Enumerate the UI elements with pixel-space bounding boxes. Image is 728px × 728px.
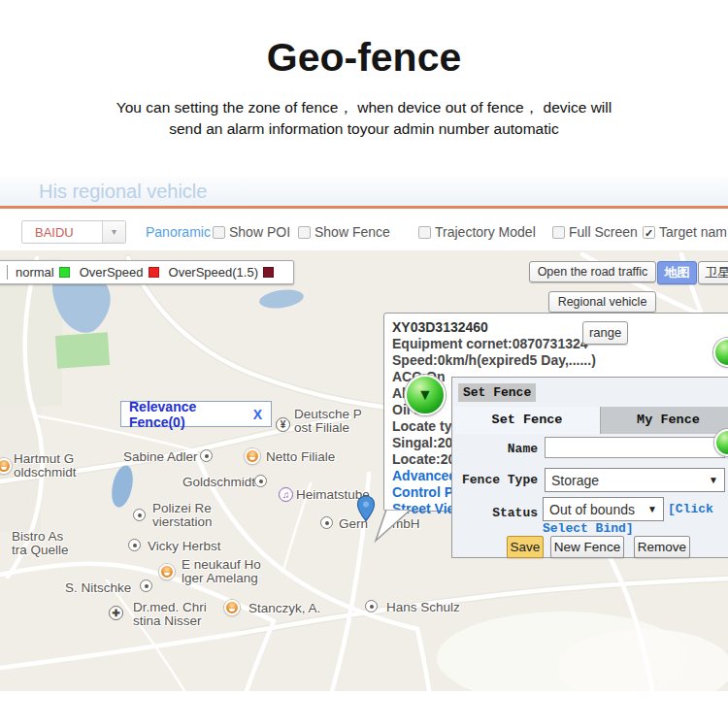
dialog-title: Set Fence	[458, 383, 536, 402]
panoramic-link[interactable]: Panoramic	[146, 224, 211, 240]
dot-icon	[140, 579, 152, 592]
popup-device-id: XY03D3132460	[392, 319, 728, 336]
map-label-sabine-adler: Sabine Adler	[123, 450, 198, 464]
map-type-button[interactable]: 地图	[657, 261, 697, 284]
status-label: Status	[491, 506, 538, 520]
set-fence-dialog: Set Fence Set Fence My Fence Name Fence …	[451, 377, 728, 558]
remove-button[interactable]: Remove	[634, 536, 690, 558]
fence-type-value: Storage	[551, 473, 599, 488]
legend-swatch-normal	[59, 267, 70, 278]
checkbox-box[interactable]	[213, 226, 225, 239]
relevance-fence-label: Relevance Fence(0)	[129, 399, 253, 430]
map-label-drmed-nisser: Dr.med. Chri stina Nisser	[133, 601, 207, 627]
page: Geo-fence You can setting the zone of fe…	[0, 0, 728, 728]
checkbox-box[interactable]	[298, 226, 311, 239]
speed-legend: normal OverSpeed OverSpeed(1.5)	[0, 260, 294, 284]
checkbox-show-poi[interactable]: Show POI	[213, 224, 290, 240]
music-icon: ♫	[279, 487, 293, 502]
park-shape	[55, 332, 110, 369]
checkbox-label: Full Screen	[569, 224, 638, 240]
close-icon[interactable]: X	[253, 407, 262, 422]
map-provider-select[interactable]: BAIDU ▾	[21, 220, 126, 244]
chevron-down-icon: ▼	[709, 475, 718, 485]
map-label-hartmut-goldschmidt: Hartmut G oldschmidt	[14, 452, 77, 479]
dot-icon	[365, 600, 378, 612]
page-subtitle-line1: You can setting the zone of fence， when …	[0, 97, 728, 118]
checkbox-label: Show POI	[229, 224, 290, 240]
checkbox-trajectory-model[interactable]: Trajectory Model	[418, 224, 536, 240]
click-select-bind-link-part2[interactable]: Select Bind]	[543, 521, 634, 536]
checkbox-box[interactable]	[418, 226, 431, 239]
legend-label-overspeed15: OverSpeed(1.5)	[169, 265, 259, 280]
map-label-bistro: Bistro As tra Quelle	[12, 530, 69, 556]
range-button[interactable]: range	[582, 321, 628, 345]
legend-label-normal: normal	[16, 265, 54, 280]
map-label-vicky-herbst: Vicky Herbst	[148, 540, 221, 553]
dot-icon	[128, 539, 141, 551]
save-button[interactable]: Save	[507, 536, 544, 558]
checkbox-target-name[interactable]: ✓ Target nam	[643, 224, 727, 240]
dot-icon	[320, 516, 333, 529]
map-label-stanczyk: Stanczyk, A.	[248, 602, 320, 615]
page-subtitle: You can setting the zone of fence， when …	[0, 97, 728, 140]
status-select[interactable]: Out of bounds ▼	[543, 497, 664, 521]
satellite-button[interactable]: 卫星	[698, 261, 728, 284]
checkbox-box[interactable]	[552, 226, 565, 239]
checkbox-label: Trajectory Model	[435, 224, 536, 240]
road-traffic-button[interactable]: Open the road traffic	[529, 261, 656, 282]
checkbox-box-checked[interactable]: ✓	[643, 226, 655, 239]
map-label-nitschke: S. Nitschke	[65, 581, 131, 595]
legend-swatch-overspeed	[149, 267, 159, 278]
map-label-hans-schulz: Hans Schulz	[386, 601, 460, 614]
map-canvas[interactable]: normal OverSpeed OverSpeed(1.5) Open the…	[0, 250, 728, 691]
status-value: Out of bounds	[549, 502, 635, 517]
map-label-netto-filiale: Netto Filiale	[266, 450, 335, 464]
checkbox-full-screen[interactable]: Full Screen	[552, 224, 638, 240]
shop-icon	[245, 448, 260, 464]
page-title: Geo-fence	[0, 35, 728, 81]
tab-my-fence[interactable]: My Fence	[600, 407, 728, 434]
checkbox-label: Target nam	[659, 224, 727, 240]
legend-divider	[7, 265, 8, 280]
app-header-title: His regional vehicle	[39, 181, 207, 203]
click-select-bind-link-part1[interactable]: [Click	[668, 502, 713, 516]
map-label-e-neukauf: E neukauf Ho lger Amelang	[182, 558, 261, 584]
fence-type-select[interactable]: Storage ▼	[545, 468, 725, 492]
name-input[interactable]	[545, 437, 725, 458]
popup-equipment: Equipment cornet:0870731324	[392, 336, 728, 352]
relevance-fence-box: Relevance Fence(0) X	[120, 401, 272, 427]
tab-set-fence[interactable]: Set Fence	[454, 407, 600, 434]
fence-type-label: Fence Type	[460, 473, 538, 487]
dot-icon	[254, 475, 267, 487]
legend-label-overspeed: OverSpeed	[80, 265, 144, 280]
map-provider-value: BAIDU	[35, 225, 74, 240]
yen-icon: ¥	[276, 417, 290, 432]
legend-swatch-overspeed15	[263, 267, 274, 278]
new-fence-button[interactable]: New Fence	[550, 536, 624, 558]
map-label-deutsche-post: Deutsche P ost Filiale	[294, 408, 362, 434]
chevron-down-icon: ▼	[647, 504, 657, 514]
map-label-goldschmidt: Goldschmidt	[182, 476, 255, 489]
dot-icon	[200, 449, 213, 462]
app-header: His regional vehicle	[0, 176, 728, 206]
regional-vehicle-button[interactable]: Regional vehicle	[548, 291, 656, 313]
chevron-down-icon[interactable]: ▾	[102, 221, 125, 243]
page-subtitle-line2: send an alarm information toyour admin n…	[0, 118, 728, 140]
name-label: Name	[491, 442, 538, 456]
shop-icon	[159, 564, 175, 579]
dot-icon	[133, 509, 146, 521]
toolbar: BAIDU ▾ Panoramic Show POI Show Fence Tr…	[0, 209, 728, 250]
cross-icon: ✚	[109, 606, 123, 620]
vehicle-marker-icon[interactable]: ▼	[405, 375, 446, 415]
popup-speed: Speed:0km/h(expired5 Day,......)	[392, 352, 728, 369]
shop-icon	[224, 600, 240, 615]
checkbox-show-fence[interactable]: Show Fence	[298, 224, 390, 240]
map-label-polizei: Polizei Re vierstation	[152, 502, 213, 528]
arrow-down-icon: ▼	[417, 386, 433, 403]
popup-tail	[367, 510, 412, 543]
checkbox-label: Show Fence	[314, 224, 390, 240]
